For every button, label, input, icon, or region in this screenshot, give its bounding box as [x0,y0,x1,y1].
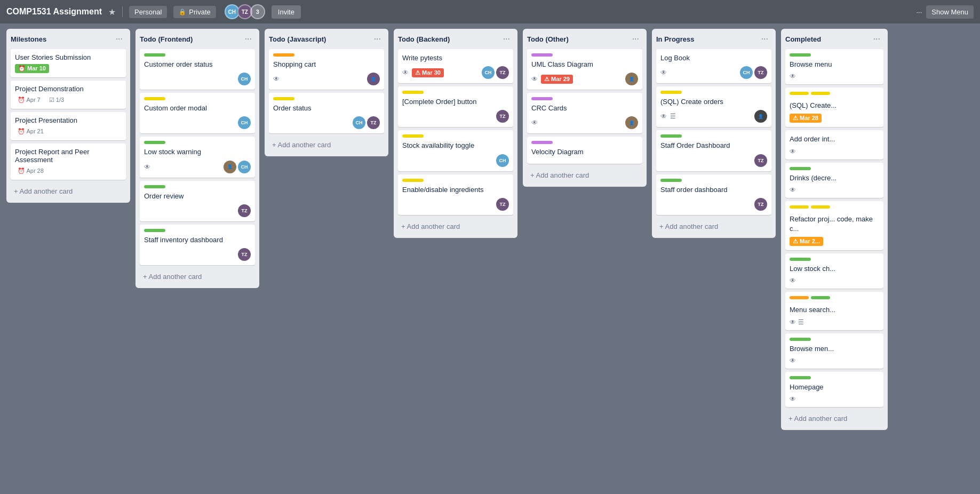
member-tz[interactable]: TZ [367,116,380,129]
card-label-yellow [660,91,682,94]
add-card-in-progress[interactable]: + Add another card [656,219,771,234]
member-ch[interactable]: CH [238,116,251,129]
card-members: TZ [496,110,509,123]
card-user-stories[interactable]: User Stories Submission ⏰ Mar 10 [11,49,126,77]
show-menu-button[interactable]: Show Menu [926,5,974,19]
card-staff-order-dashboard-2[interactable]: Staff order dashboard TZ [656,174,771,215]
add-card-milestones[interactable]: + Add another card [11,184,126,198]
member-tz[interactable]: TZ [754,154,767,167]
card-stock-availability-toggle[interactable]: Stock availability toggle CH [398,130,513,171]
card-crc-cards[interactable]: CRC Cards 👁 👤 [527,93,642,133]
card-title: Log Book [660,53,767,63]
card-members: 👤 [625,116,638,129]
card-custom-order-modal[interactable]: Custom order modal CH [140,93,255,133]
column-title-in-progress: In Progress [656,35,695,43]
card-staff-order-dashboard[interactable]: Staff Order Dashboard TZ [656,130,771,171]
private-button[interactable]: 🔒 Private [173,6,216,18]
card-refactor[interactable]: Refactor proj... code, make c... ⚠ Mar 2… [785,201,883,250]
column-menu-backend[interactable]: ··· [500,33,513,45]
card-shopping-cart[interactable]: Shopping cart 👁 👤 [269,49,384,90]
card-complete-order-button[interactable]: [Complete Order] button TZ [398,86,513,127]
add-card-javascript[interactable]: + Add another card [269,138,384,152]
star-icon[interactable]: ★ [108,7,116,17]
card-customer-order-status[interactable]: Customer order status CH [140,49,255,90]
add-card-frontend[interactable]: + Add another card [140,269,255,284]
card-footer: TZ [660,198,767,211]
card-staff-inventory-dashboard[interactable]: Staff inventory dashboard TZ [140,225,255,265]
card-project-presentation[interactable]: Project Presentation ⏰ Apr 21 [11,112,126,140]
card-label-yellow [790,92,809,95]
member-img[interactable]: 👤 [625,116,638,129]
column-menu-frontend[interactable]: ··· [242,33,255,45]
eye-icon: 👁 [531,75,538,83]
avatar-count[interactable]: 3 [250,4,265,19]
member-tz[interactable]: TZ [754,66,767,79]
card-members: 👤 CH [224,161,251,173]
column-menu-completed[interactable]: ··· [870,33,883,45]
card-order-status[interactable]: Order status CH TZ [269,93,384,133]
column-menu-javascript[interactable]: ··· [371,33,384,45]
card-title: Enable/disable ingredients [402,185,509,195]
card-add-order[interactable]: Add order int... 👁 [785,130,883,159]
card-footer: 👁 ☰ 👤 [660,110,767,123]
card-homepage[interactable]: Homepage 👁 [785,372,883,407]
add-card-backend[interactable]: + Add another card [398,219,513,234]
personal-label: Personal [134,8,162,16]
member-tz[interactable]: TZ [496,198,509,211]
divider [122,6,123,17]
member-tz[interactable]: TZ [496,66,509,79]
card-drinks[interactable]: Drinks (decre... 👁 [785,163,883,198]
add-card-other[interactable]: + Add another card [527,168,642,182]
card-uml-class-diagram[interactable]: UML Class Diagram 👁 ⚠ Mar 29 👤 [527,49,642,90]
card-velocity-diagram[interactable]: Velocity Diagram [527,137,642,163]
column-menu-in-progress[interactable]: ··· [758,33,771,45]
member-ch[interactable]: CH [238,73,251,85]
card-project-demo[interactable]: Project Demonstration ⏰ Apr 7 ☑ 1/3 [11,81,126,109]
card-browse-menu2[interactable]: Browse men... 👁 [785,333,883,369]
card-label-green [144,141,165,144]
lock-icon: 🔒 [179,9,186,15]
badge-apr28: ⏰ Apr 28 [15,166,46,176]
card-browse-menu[interactable]: Browse menu 👁 [785,49,883,84]
show-menu-label: Show Menu [931,8,968,16]
card-project-report[interactable]: Project Report and Peer Assessment ⏰ Apr… [11,144,126,180]
card-order-review[interactable]: Order review TZ [140,181,255,221]
member-ch[interactable]: CH [482,66,495,79]
member-ch[interactable]: CH [496,154,509,167]
column-menu-other[interactable]: ··· [629,33,642,45]
badge-mar2: ⚠ Mar 2... [790,237,823,246]
card-low-stock-ch[interactable]: Low stock ch... 👁 [785,253,883,289]
card-menu-search[interactable]: Menu search... 👁 ☰ [785,292,883,330]
card-members: 👤 [625,73,638,85]
column-header-milestones: Milestones ··· [11,33,126,45]
member-ch[interactable]: CH [353,116,365,129]
card-sql-create2[interactable]: (SQL) Create... ⚠ Mar 28 [785,87,883,127]
member-tz-avatar[interactable]: 👤 [367,73,380,85]
member-ch[interactable]: CH [238,161,251,173]
column-title-completed: Completed [785,35,821,43]
card-badges: 👁 [273,75,280,83]
card-title: Order status [273,103,380,113]
card-write-pytests[interactable]: Write pytests 👁 ⚠ Mar 30 CH TZ [398,49,513,83]
list-icon: ☰ [670,113,676,120]
member-tz[interactable]: TZ [754,198,767,211]
member-img[interactable]: 👤 [625,73,638,85]
member-tz[interactable]: TZ [496,110,509,123]
member-tz[interactable]: TZ [238,204,251,217]
column-title-javascript: Todo (Javascript) [269,35,326,43]
card-enable-disable-ingredients[interactable]: Enable/disable ingredients TZ [398,174,513,215]
member-tz[interactable]: TZ [238,248,251,261]
invite-button[interactable]: Invite [272,5,301,19]
column-title-milestones: Milestones [11,35,46,43]
card-low-stock-warning[interactable]: Low stock warning 👁 👤 CH [140,137,255,177]
card-title: Write pytests [402,53,509,63]
column-menu-milestones[interactable]: ··· [113,33,126,45]
member-dark[interactable]: 👤 [754,110,767,123]
card-title: Refactor proj... code, make c... [790,214,879,234]
personal-button[interactable]: Personal [129,6,167,18]
add-card-completed[interactable]: + Add another card [785,411,883,426]
member-avatar-img[interactable]: 👤 [224,161,236,173]
member-ch[interactable]: CH [740,66,753,79]
card-sql-create-orders[interactable]: (SQL) Create orders 👁 ☰ 👤 [656,86,771,127]
card-log-book[interactable]: Log Book 👁 CH TZ [656,49,771,83]
